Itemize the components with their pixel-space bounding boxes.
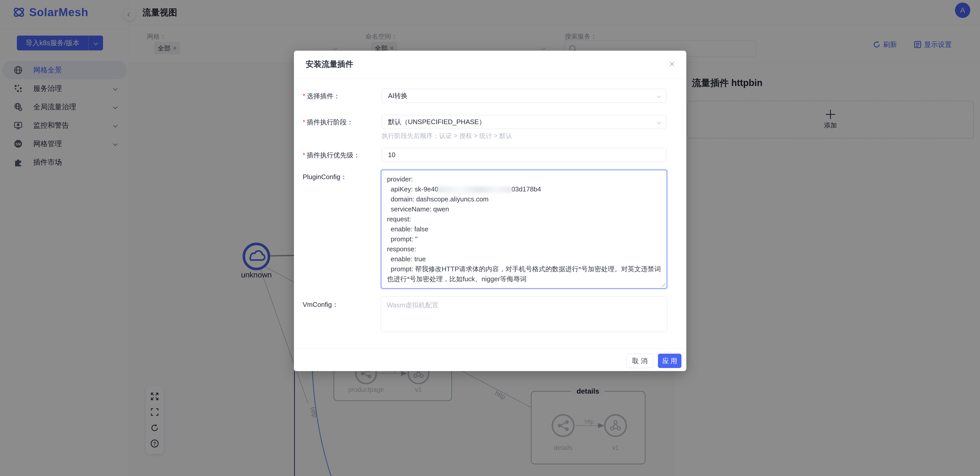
required-mark: *: [303, 92, 305, 100]
phase-help-text: 执行阶段先后顺序：认证 > 授权 > 统计 > 默认: [382, 131, 512, 140]
resize-handle[interactable]: [661, 283, 666, 287]
required-mark: *: [303, 118, 305, 126]
config-line: domain: dashscope.aliyuncs.com: [387, 194, 661, 204]
plugin-config-label: PluginConfig：: [303, 173, 347, 181]
cancel-button[interactable]: 取消: [626, 354, 653, 368]
install-plugin-modal: 安装流量插件 *选择插件： AI转换 *插件执行阶段： 默认（UNSPECIFI…: [294, 51, 686, 371]
label-text: 插件执行阶段：: [307, 118, 353, 126]
apikey-suffix: 03d178b4: [511, 185, 541, 193]
apikey-prefix: apiKey: sk-9e40: [387, 185, 438, 193]
modal-footer-divider: [294, 348, 686, 349]
config-line-apikey: apiKey: sk-9e4003d178b4: [387, 184, 661, 194]
config-line: response:: [387, 244, 661, 254]
label-text: 插件执行优先级：: [307, 151, 360, 159]
modal-close-button[interactable]: [667, 58, 678, 70]
phase-select[interactable]: 默认（UNSPECIFIED_PHASE）: [382, 115, 667, 129]
modal-header-divider: [294, 78, 686, 79]
vm-config-label: VmConfig：: [303, 300, 339, 309]
close-icon: [669, 61, 675, 67]
plugin-config-editor[interactable]: provider: apiKey: sk-9e4003d178b4 domain…: [381, 170, 667, 289]
apply-button[interactable]: 应用: [658, 354, 681, 368]
config-line: enable: true: [387, 254, 661, 264]
config-line: prompt: '': [387, 234, 661, 244]
config-line: request:: [387, 214, 661, 224]
modal-title: 安装流量插件: [306, 59, 353, 70]
config-line: serviceName: qwen: [387, 204, 661, 214]
plugin-select-value: AI转换: [388, 91, 408, 100]
required-mark: *: [303, 151, 305, 159]
config-line: prompt: 帮我修改HTTP请求体的内容，对手机号格式的数据进行*号加密处理…: [387, 264, 661, 284]
vm-config-textarea[interactable]: [381, 296, 667, 332]
plugin-select[interactable]: AI转换: [382, 89, 667, 103]
phase-select-label: *插件执行阶段：: [303, 118, 353, 127]
priority-label: *插件执行优先级：: [303, 151, 360, 160]
plugin-select-label: *选择插件：: [303, 92, 340, 101]
label-text: 选择插件：: [307, 92, 340, 100]
config-line: enable: false: [387, 224, 661, 234]
redacted-blur: [438, 186, 511, 193]
app: SolarMesh 导入k8s服务/版本 网格全景 服务治理: [0, 0, 980, 476]
priority-input[interactable]: [382, 148, 667, 162]
config-line: provider:: [387, 174, 661, 184]
chevron-down-icon: [657, 94, 661, 98]
phase-select-value: 默认（UNSPECIFIED_PHASE）: [388, 117, 485, 126]
chevron-down-icon: [657, 120, 661, 124]
